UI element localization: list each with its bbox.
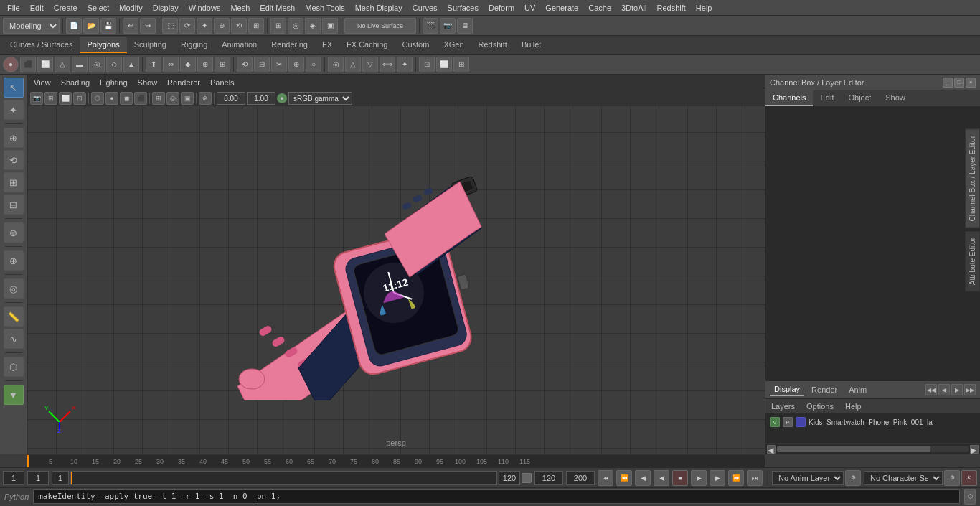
layer-next2-btn[interactable]: ▶▶ — [964, 384, 976, 395]
tab-redshift[interactable]: Redshift — [471, 37, 514, 53]
layers-options-btn[interactable]: Options — [804, 400, 837, 412]
snap-curve-btn[interactable]: ◎ — [288, 18, 303, 34]
menu-file[interactable]: File — [3, 2, 24, 14]
range-start[interactable]: 1 — [52, 471, 69, 485]
select-mode-btn[interactable]: ↖ — [4, 78, 24, 98]
current-frame-start[interactable]: 1 — [3, 471, 24, 485]
uv-editor-btn[interactable]: ⊡ — [419, 57, 435, 72]
save-scene-btn[interactable]: 💾 — [100, 18, 116, 34]
panel-minimize-btn[interactable]: _ — [943, 78, 953, 88]
fill-hole-btn[interactable]: ○ — [306, 57, 321, 72]
poly-cone-btn[interactable]: △ — [55, 57, 70, 72]
vp-wireframe-btn[interactable]: ⬡ — [91, 92, 104, 105]
viewport-canvas[interactable]: View Shading Lighting Show Renderer Pane… — [27, 75, 765, 454]
tab-xgen[interactable]: XGen — [436, 37, 471, 53]
unwrap-btn[interactable]: ⊞ — [453, 57, 469, 72]
anim-layer-settings-btn[interactable]: ⚙ — [845, 470, 861, 486]
stop-btn[interactable]: ■ — [672, 470, 688, 486]
bevel-btn[interactable]: ◆ — [180, 57, 196, 72]
mirror-btn[interactable]: ⟺ — [380, 57, 395, 72]
tab-fx[interactable]: FX — [315, 37, 339, 53]
go-start-btn[interactable]: ⏮ — [598, 470, 613, 486]
rotate-tool-btn[interactable]: ⟲ — [231, 18, 247, 34]
tab-bullet[interactable]: Bullet — [514, 37, 549, 53]
menu-surfaces[interactable]: Surfaces — [443, 2, 483, 14]
snap-to-geo-btn[interactable]: ◎ — [4, 278, 24, 299]
side-tab-channel-box[interactable]: Channel Box / Layer Editor — [965, 129, 980, 228]
scale-btn[interactable]: ⊞ — [4, 172, 24, 192]
panel-close-btn[interactable]: × — [966, 78, 976, 88]
multi-cut-btn[interactable]: ✂ — [271, 57, 287, 72]
menu-help[interactable]: Help — [692, 2, 717, 14]
prev-frame-btn[interactable]: ◀ — [635, 470, 651, 486]
menu-curves[interactable]: Curves — [408, 2, 442, 14]
layer-visibility-btn[interactable]: V — [770, 417, 780, 427]
new-scene-btn[interactable]: 📄 — [66, 18, 82, 34]
vp-camera-value[interactable]: 0.00 — [217, 92, 245, 105]
layers-help-btn[interactable]: Help — [842, 400, 864, 412]
play-back-btn[interactable]: ◀ — [654, 470, 669, 486]
measure-btn[interactable]: 📏 — [4, 306, 24, 327]
vp-safe-action-btn[interactable]: ⊡ — [73, 92, 86, 105]
tab-polygons[interactable]: Polygons — [80, 37, 126, 53]
vp-isolate-btn[interactable]: ⊕ — [199, 92, 212, 105]
vp-camera-btn[interactable]: 📷 — [30, 92, 43, 105]
tab-show[interactable]: Show — [878, 90, 913, 106]
open-scene-btn[interactable]: 📂 — [83, 18, 99, 34]
boolean-btn[interactable]: ⊕ — [197, 57, 213, 72]
scroll-left-btn[interactable]: ◀ — [767, 445, 776, 454]
undo-btn[interactable]: ↩ — [123, 18, 138, 34]
menu-generate[interactable]: Generate — [541, 2, 583, 14]
menu-deform[interactable]: Deform — [484, 2, 519, 14]
end-time2[interactable]: 200 — [566, 471, 595, 485]
character-set-settings-btn[interactable]: ⚙ — [944, 470, 960, 486]
loop-tool-btn[interactable]: ⟲ — [237, 57, 253, 72]
tab-fx-caching[interactable]: FX Caching — [339, 37, 395, 53]
vp-flat-shade-btn[interactable]: ◼ — [120, 92, 133, 105]
scroll-right-btn[interactable]: ▶ — [970, 445, 979, 454]
side-tab-attribute-editor[interactable]: Attribute Editor — [965, 231, 980, 291]
layer-playback-btn[interactable]: P — [783, 417, 793, 427]
tab-channels[interactable]: Channels — [765, 90, 813, 106]
tab-anim[interactable]: Anim — [844, 384, 871, 395]
next-frame-btn[interactable]: ▶ — [710, 470, 725, 486]
vp-lighting-menu[interactable]: Lighting — [96, 77, 131, 88]
layer-prev-btn[interactable]: ◀◀ — [925, 384, 937, 395]
vp-shading-menu[interactable]: Shading — [57, 77, 93, 88]
next-key-btn[interactable]: ⏩ — [728, 470, 744, 486]
last-tool-btn[interactable]: ▼ — [4, 385, 24, 405]
poly-pyramid-btn[interactable]: ▲ — [123, 57, 139, 72]
vp-grid-btn[interactable]: ⊞ — [44, 92, 57, 105]
snap-point-btn[interactable]: ◈ — [305, 18, 321, 34]
poly-cube-btn[interactable]: ⬛ — [20, 57, 36, 72]
viewport[interactable]: View Shading Lighting Show Renderer Pane… — [27, 75, 765, 454]
go-end-btn[interactable]: ⏭ — [747, 470, 763, 486]
move-tool-btn[interactable]: ⊕ — [214, 18, 230, 34]
display-btn[interactable]: 🖥 — [457, 18, 473, 34]
vp-panels-menu[interactable]: Panels — [207, 77, 238, 88]
character-set-dropdown[interactable]: No Character Set — [864, 471, 943, 485]
menu-edit[interactable]: Edit — [26, 2, 48, 14]
bridge-btn[interactable]: ⇔ — [163, 57, 179, 72]
tab-display[interactable]: Display — [770, 383, 804, 396]
tab-sculpting[interactable]: Sculpting — [127, 37, 174, 53]
layers-scrollbar[interactable]: ◀ ▶ — [765, 443, 980, 454]
prev-key-btn[interactable]: ⏪ — [616, 470, 632, 486]
anim-layer-dropdown[interactable]: No Anim Layer — [772, 471, 844, 485]
menu-select[interactable]: Select — [83, 2, 114, 14]
poly-sphere-btn[interactable]: ● — [3, 57, 19, 72]
combine-btn[interactable]: ⊞ — [215, 57, 230, 72]
panel-restore-btn[interactable]: □ — [954, 78, 964, 88]
vp-view-menu[interactable]: View — [30, 77, 55, 88]
tab-edit[interactable]: Edit — [813, 90, 841, 106]
snap-grid-btn[interactable]: ⊞ — [270, 18, 286, 34]
menu-mesh-tools[interactable]: Mesh Tools — [301, 2, 349, 14]
command-line-input[interactable]: makeIdentity -apply true -t 1 -r 1 -s 1 … — [33, 489, 960, 504]
move-btn[interactable]: ⊕ — [4, 128, 24, 148]
poly-torus-btn[interactable]: ◎ — [89, 57, 105, 72]
menu-cache[interactable]: Cache — [584, 2, 616, 14]
ipr-btn[interactable]: 📷 — [440, 18, 456, 34]
tab-curves-surfaces[interactable]: Curves / Surfaces — [3, 37, 80, 53]
deform-tools-btn[interactable]: ⬡ — [4, 357, 24, 377]
rotate-btn[interactable]: ⟲ — [4, 150, 24, 170]
